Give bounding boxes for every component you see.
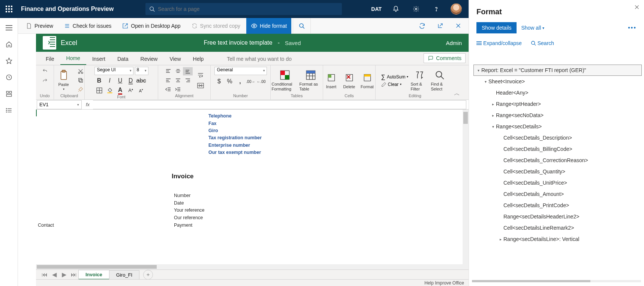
tree-node-header[interactable]: Header<Any> bbox=[473, 87, 642, 98]
cell-number[interactable]: Number bbox=[174, 193, 190, 198]
copy-button[interactable] bbox=[76, 76, 85, 84]
global-search[interactable] bbox=[145, 3, 342, 15]
sheet-nav-last[interactable]: ⏭ bbox=[69, 270, 79, 280]
sheet-nav-next[interactable]: ▶ bbox=[59, 270, 69, 280]
global-search-input[interactable] bbox=[158, 6, 338, 12]
tab-review[interactable]: Review bbox=[135, 53, 164, 65]
action-bar-refresh[interactable] bbox=[415, 18, 430, 34]
comments-button[interactable]: Comments bbox=[424, 53, 466, 63]
status-help-improve[interactable]: Help Improve Office bbox=[424, 280, 464, 286]
formula-input[interactable] bbox=[93, 100, 466, 109]
redo-button[interactable] bbox=[40, 77, 50, 85]
cell-fax[interactable]: Fax bbox=[208, 121, 217, 126]
tab-help[interactable]: Help bbox=[187, 53, 210, 65]
company-selector[interactable]: DAT bbox=[371, 6, 382, 12]
tree-node-secnodata[interactable]: ▸Range<secNoData> bbox=[473, 110, 642, 121]
tree-node-cell-unitprice[interactable]: Cell<secDetails_UnitPrice> bbox=[473, 177, 642, 188]
paste-button[interactable]: Paste▾ bbox=[53, 69, 74, 91]
increase-decimal-button[interactable]: .00→ bbox=[246, 77, 256, 86]
cell-our-ref[interactable]: Our reference bbox=[174, 215, 203, 220]
merge-center-button[interactable] bbox=[196, 81, 205, 90]
add-sheet-button[interactable]: ＋ bbox=[143, 270, 153, 280]
name-box[interactable]: EV1▾ bbox=[37, 100, 82, 109]
tree-node-rptheader[interactable]: ▸Range<rptHeader> bbox=[473, 98, 642, 110]
sort-filter-button[interactable]: Sort & Filter bbox=[410, 69, 428, 91]
settings-button[interactable] bbox=[410, 3, 422, 15]
find-select-button[interactable]: Find & Select bbox=[431, 69, 449, 91]
tree-node-cell-description[interactable]: Cell<secDetails_Description> bbox=[473, 132, 642, 143]
tree-node-range-detailsline[interactable]: ▸Range<secDetailsLine>: Vertical bbox=[473, 233, 642, 245]
tree-node-cell-billingcode[interactable]: Cell<secDetails_BillingCode> bbox=[473, 143, 642, 155]
cell-date[interactable]: Date bbox=[174, 200, 184, 206]
tree-node-secdetails[interactable]: ▾Range<secDetails> bbox=[473, 121, 642, 132]
expand-icon[interactable]: ▸ bbox=[497, 237, 503, 241]
align-right-button[interactable] bbox=[183, 76, 193, 84]
cell-giro[interactable]: Giro bbox=[208, 128, 218, 133]
currency-button[interactable]: $ bbox=[214, 77, 224, 86]
horizontal-scrollbar[interactable] bbox=[36, 264, 463, 269]
tree-node-cell-printcode[interactable]: Cell<secDetails_PrintCode> bbox=[473, 200, 642, 211]
action-bar-search-button[interactable] bbox=[293, 18, 311, 34]
decrease-indent-button[interactable] bbox=[163, 85, 173, 93]
hscroll-thumb[interactable] bbox=[37, 265, 157, 269]
format-as-table-button[interactable]: Format as Table bbox=[300, 69, 322, 91]
decrease-decimal-button[interactable]: ←.00 bbox=[256, 77, 266, 86]
cell-telephone[interactable]: Telephone bbox=[208, 113, 232, 119]
double-underline-button[interactable]: D bbox=[126, 77, 136, 85]
collapse-icon[interactable]: ▾ bbox=[490, 125, 496, 129]
tab-home[interactable]: Home bbox=[60, 52, 86, 65]
nav-modules[interactable] bbox=[0, 102, 18, 119]
vscroll-thumb[interactable] bbox=[463, 112, 468, 124]
strikethrough-button[interactable]: abc bbox=[136, 77, 146, 85]
tree-node-cell-amount[interactable]: Cell<secDetails_Amount> bbox=[473, 188, 642, 200]
expand-icon[interactable]: ▸ bbox=[490, 113, 496, 117]
underline-button[interactable]: U bbox=[115, 77, 125, 85]
cell-your-ref[interactable]: Your reference bbox=[174, 208, 205, 213]
user-avatar[interactable] bbox=[451, 3, 462, 15]
bold-button[interactable]: B bbox=[94, 77, 104, 85]
italic-button[interactable]: I bbox=[105, 77, 115, 85]
comma-button[interactable]: , bbox=[235, 77, 245, 86]
cells-insert-button[interactable]: Insert bbox=[323, 72, 340, 89]
tab-view[interactable]: View bbox=[163, 53, 187, 65]
number-format-select[interactable]: General bbox=[214, 67, 267, 75]
fill-color-button[interactable] bbox=[105, 86, 115, 95]
sheet-tab-giro-fi[interactable]: Giro_FI bbox=[109, 270, 139, 279]
cell-contact[interactable]: Contact bbox=[38, 223, 54, 228]
action-bar-popout[interactable] bbox=[433, 18, 448, 34]
panel-search-link[interactable]: Search bbox=[531, 40, 554, 46]
shrink-font-button[interactable]: A▾ bbox=[136, 86, 146, 95]
sheet-nav-first[interactable]: ⏮ bbox=[40, 270, 49, 280]
cell-tax-exempt[interactable]: Our tax exempt number bbox=[208, 150, 261, 155]
nav-home[interactable] bbox=[0, 36, 18, 53]
undo-button[interactable] bbox=[40, 67, 50, 75]
tab-data[interactable]: Data bbox=[111, 53, 135, 65]
font-size-select[interactable]: 8 bbox=[135, 67, 148, 75]
grow-font-button[interactable]: A▴ bbox=[126, 86, 136, 95]
open-desktop-button[interactable]: Open in Desktop App bbox=[117, 18, 185, 34]
nav-workspaces[interactable] bbox=[0, 86, 18, 102]
excel-user-name[interactable]: Admin bbox=[446, 40, 462, 46]
clear-button[interactable]: Clear▾ bbox=[381, 82, 409, 87]
notifications-button[interactable] bbox=[390, 3, 402, 15]
tree-node-report[interactable]: ▾Report: Excel = "Customer FTI report (G… bbox=[473, 65, 642, 76]
tree-node-cell-quantity[interactable]: Cell<secDetails_Quantity> bbox=[473, 166, 642, 177]
spreadsheet-viewport[interactable]: Telephone Fax Giro Tax registration numb… bbox=[36, 110, 469, 269]
increase-indent-button[interactable] bbox=[173, 85, 183, 93]
align-top-button[interactable] bbox=[163, 67, 173, 75]
font-color-button[interactable]: A bbox=[115, 86, 125, 95]
align-center-button[interactable] bbox=[173, 76, 183, 84]
tab-insert[interactable]: Insert bbox=[86, 53, 111, 65]
font-name-select[interactable]: Segoe UI bbox=[94, 67, 133, 75]
format-painter-button[interactable] bbox=[76, 85, 85, 93]
vertical-scrollbar[interactable] bbox=[463, 110, 469, 269]
preview-button[interactable]: Preview bbox=[21, 18, 58, 34]
cell-tax-reg[interactable]: Tax registration number bbox=[208, 135, 262, 140]
cells-format-button[interactable]: Format bbox=[359, 72, 376, 89]
help-button[interactable] bbox=[430, 3, 442, 15]
tree-node-sheet[interactable]: ▾Sheet<Invoice> bbox=[473, 76, 642, 87]
percent-button[interactable]: % bbox=[225, 77, 235, 86]
align-bottom-button[interactable] bbox=[183, 67, 193, 75]
borders-button[interactable] bbox=[94, 86, 104, 95]
check-issues-button[interactable]: Check for issues bbox=[59, 18, 116, 34]
